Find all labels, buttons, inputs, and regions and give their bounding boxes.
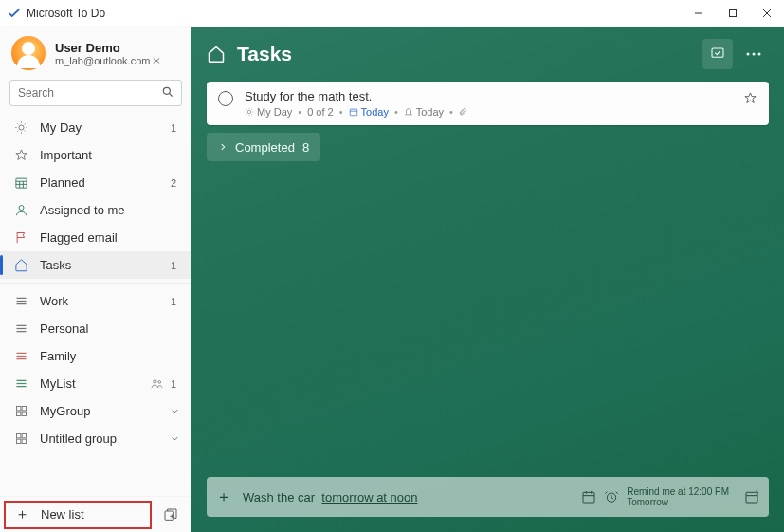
nav-my-day-label: My Day <box>40 120 167 135</box>
list-mylist[interactable]: MyList 1 <box>0 370 191 397</box>
list-options-button[interactable] <box>738 39 769 69</box>
list-icon <box>13 321 28 336</box>
nav-tasks-count: 1 <box>167 260 180 271</box>
app-logo-icon <box>8 7 21 20</box>
list-work-count: 1 <box>167 296 180 307</box>
suggestions-button[interactable] <box>702 39 733 69</box>
user-name: User Demo <box>55 41 160 55</box>
svg-point-42 <box>247 110 250 113</box>
shared-icon <box>151 377 163 390</box>
group-untitled-label: Untitled group <box>40 431 170 446</box>
group-untitled[interactable]: Untitled group <box>0 425 191 452</box>
plus-icon: ＋ <box>216 487 231 507</box>
reminder-button[interactable] <box>604 489 619 504</box>
list-mylist-label: MyList <box>40 376 151 391</box>
due-date-button[interactable] <box>581 489 596 504</box>
svg-point-41 <box>758 53 761 56</box>
nav-flagged[interactable]: Flagged email <box>0 224 191 251</box>
svg-rect-27 <box>16 407 20 411</box>
chevron-right-icon <box>218 142 228 152</box>
svg-rect-1 <box>730 9 737 16</box>
task-title: Study for the math test. <box>245 89 732 103</box>
chevron-down-icon <box>170 406 180 416</box>
svg-rect-32 <box>22 434 26 438</box>
title-bar: Microsoft To Do <box>0 0 784 27</box>
add-task-text: Wash the car tomorrow at noon <box>243 490 418 504</box>
nav-important-label: Important <box>40 148 180 162</box>
svg-rect-30 <box>22 412 26 415</box>
svg-point-6 <box>19 125 24 130</box>
task-steps: 0 of 2 <box>307 106 334 118</box>
svg-rect-33 <box>16 439 20 443</box>
svg-rect-45 <box>583 492 594 503</box>
group-mygroup[interactable]: MyGroup <box>0 397 191 425</box>
nav-my-day[interactable]: My Day 1 <box>0 114 191 141</box>
task-item[interactable]: Study for the math test. My Day • 0 of 2… <box>207 82 769 125</box>
list-personal-label: Personal <box>40 321 180 336</box>
nav-assigned-label: Assigned to me <box>40 203 180 217</box>
svg-point-25 <box>154 380 156 383</box>
repeat-button[interactable] <box>744 489 759 504</box>
sun-icon <box>13 120 28 135</box>
home-icon <box>13 258 28 272</box>
group-mygroup-label: MyGroup <box>40 404 170 418</box>
page-title: Tasks <box>237 43 702 65</box>
new-list-label: New list <box>41 507 84 522</box>
app-title: Microsoft To Do <box>27 7 682 20</box>
content-area: Tasks Study for the math test. My Day • … <box>191 27 784 532</box>
svg-point-39 <box>747 53 750 56</box>
list-personal[interactable]: Personal <box>0 315 191 342</box>
nav-tasks-label: Tasks <box>40 258 167 272</box>
avatar-icon <box>11 36 46 70</box>
task-star-button[interactable] <box>743 91 757 105</box>
nav-important[interactable]: Important <box>0 141 191 169</box>
nav-my-day-count: 1 <box>167 122 180 134</box>
nav-planned-label: Planned <box>40 175 167 190</box>
nav-tasks[interactable]: Tasks 1 <box>0 251 191 279</box>
list-mylist-count: 1 <box>167 378 180 390</box>
svg-point-4 <box>163 87 170 94</box>
window-maximize-button[interactable] <box>716 0 750 27</box>
bell-icon <box>404 107 413 117</box>
account-expand-icon <box>153 57 160 64</box>
svg-point-40 <box>753 53 756 56</box>
svg-line-5 <box>170 94 173 97</box>
reminder-info: Remind me at 12:00 PM Tomorrow <box>627 486 729 507</box>
nav-assigned[interactable]: Assigned to me <box>0 196 191 224</box>
completed-count: 8 <box>302 140 309 155</box>
new-list-button[interactable]: ＋ New list <box>4 501 152 529</box>
nav-planned-count: 2 <box>167 177 180 189</box>
list-family[interactable]: Family <box>0 342 191 370</box>
window-minimize-button[interactable] <box>682 0 716 27</box>
svg-point-12 <box>19 206 24 211</box>
new-group-button[interactable] <box>157 507 184 523</box>
flag-icon <box>13 230 28 245</box>
nav-flagged-label: Flagged email <box>40 230 180 245</box>
add-task-row[interactable]: ＋ Wash the car tomorrow at noon Remind m… <box>207 477 769 517</box>
svg-rect-50 <box>746 492 757 503</box>
svg-rect-34 <box>22 439 26 443</box>
svg-rect-7 <box>15 178 26 188</box>
svg-rect-28 <box>22 407 26 411</box>
nav-planned[interactable]: Planned 2 <box>0 169 191 196</box>
plus-icon: ＋ <box>15 505 29 523</box>
completed-label: Completed <box>235 140 295 155</box>
calendar-icon <box>349 107 358 117</box>
svg-rect-43 <box>350 109 357 116</box>
home-icon <box>207 45 226 64</box>
sun-icon <box>245 107 254 117</box>
task-checkbox[interactable] <box>218 91 233 106</box>
svg-rect-29 <box>16 412 20 415</box>
completed-toggle[interactable]: Completed 8 <box>207 133 320 161</box>
group-icon <box>13 431 28 446</box>
window-close-button[interactable] <box>750 0 784 27</box>
search-icon <box>161 85 174 99</box>
search-box[interactable] <box>9 80 182 106</box>
list-work[interactable]: Work 1 <box>0 287 191 315</box>
search-input[interactable] <box>9 80 182 106</box>
list-icon <box>13 294 28 308</box>
chevron-down-icon <box>170 433 180 444</box>
list-family-label: Family <box>40 349 180 363</box>
user-account-row[interactable]: User Demo m_lab@outlook.com <box>0 32 191 80</box>
list-work-label: Work <box>40 294 167 308</box>
